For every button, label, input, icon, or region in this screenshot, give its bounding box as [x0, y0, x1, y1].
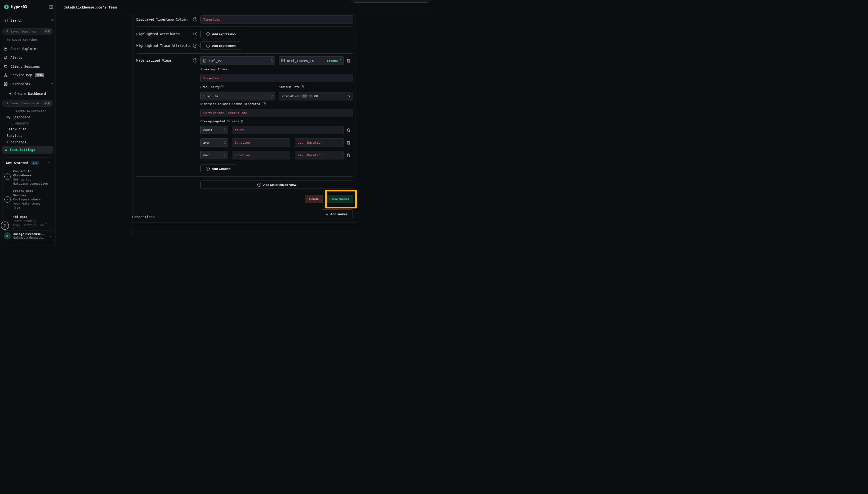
- schema-link[interactable]: Schema: [327, 59, 338, 63]
- saved-dashboards-group-header[interactable]: SAVED DASHBOARDS: [11, 110, 47, 113]
- no-saved-searches-text: No saved searches: [6, 38, 38, 41]
- help-circle-icon[interactable]: ?: [193, 44, 197, 48]
- info-circle-icon[interactable]: ?: [220, 86, 224, 88]
- input-value: max__Duration: [298, 153, 323, 157]
- sidebar-item-client-sessions[interactable]: Client Sessions: [4, 64, 53, 69]
- info-circle-icon[interactable]: ?: [240, 120, 243, 122]
- aggregate-alias-input[interactable]: max__Duration: [295, 151, 344, 159]
- chart-icon: [4, 47, 7, 51]
- add-column-button[interactable]: + Add Column: [200, 164, 236, 173]
- chevron-up-icon[interactable]: [51, 19, 54, 22]
- input-value: Timestamp: [203, 18, 220, 21]
- sidebar-item-search[interactable]: Search: [4, 18, 53, 22]
- get-started-title: Get Started: [6, 161, 28, 165]
- get-started-step-sources[interactable]: ✓ Create DataSources Configure whereyour…: [4, 189, 51, 210]
- dimension-columns-input[interactable]: ServiceName,StatusCode: [200, 109, 353, 117]
- arrow-right-icon: →: [45, 222, 47, 225]
- source-settings-card: Displayed Timestamp Column ? Timestamp H…: [132, 14, 357, 223]
- circle-plus-icon: +: [257, 183, 261, 187]
- beta-badge: BETA: [35, 73, 44, 77]
- input-value: Timestamp: [203, 76, 220, 80]
- add-source-button[interactable]: + Add source: [321, 209, 353, 219]
- field-label: Materialized Views: [136, 58, 172, 62]
- aggregate-alias-input[interactable]: avg__Duration: [295, 138, 344, 147]
- hyperdx-team-settings-page: HyperDX Search Saved Searches ⌘ K No sav…: [0, 0, 434, 247]
- button-label: Add Column: [212, 167, 230, 171]
- aggregate-fn-select[interactable]: avg: [200, 138, 228, 147]
- add-expression-button[interactable]: + Add expression: [200, 41, 242, 50]
- bell-icon: [4, 56, 7, 59]
- search-omnibox-partial[interactable]: [350, 0, 431, 3]
- info-circle-icon[interactable]: ?: [263, 102, 266, 105]
- saved-searches-input[interactable]: Saved Searches ⌘ K: [2, 28, 53, 35]
- input-value: Duration: [235, 141, 250, 145]
- create-dashboard-button[interactable]: + Create Dashboard: [9, 92, 53, 96]
- table-select[interactable]: otel_traces_1m Schema: [279, 56, 344, 65]
- minimum-date-input[interactable]: 2026-01-27 00 :00:00 ×: [279, 92, 353, 100]
- shortcut-badge: ⌘ K: [43, 101, 52, 105]
- aggregate-fn-select[interactable]: max: [200, 151, 228, 159]
- aggregate-expr-input[interactable]: count: [232, 126, 344, 134]
- saved-dashboards-input[interactable]: Saved Dashboards ⌘ K: [2, 100, 53, 107]
- table-grid-icon: [282, 59, 285, 62]
- aggregate-expr-input[interactable]: Duration: [232, 138, 290, 147]
- get-started-step-add-data[interactable]: 3 Add Data Start sendinglogs, metrics, o…: [4, 215, 51, 229]
- user-menu[interactable]: D dale@clickhouse.… dale@clickhouse.c… ›: [1, 230, 54, 241]
- button-label: Add source: [330, 212, 348, 216]
- add-expression-button[interactable]: + Add expression: [200, 30, 242, 38]
- topbar: dale@clickhouse.com's Team: [56, 0, 434, 14]
- sidebar-item-team-settings[interactable]: ⚙ Team Settings: [2, 146, 53, 154]
- delete-source-button[interactable]: Delete: [305, 195, 323, 203]
- sidebar-item-clickhouse[interactable]: ClickHouse: [6, 127, 26, 131]
- sidebar-collapse-icon[interactable]: [49, 5, 53, 9]
- chevron-up-icon[interactable]: [51, 83, 54, 85]
- separator: ,: [224, 111, 226, 115]
- displayed-timestamp-input[interactable]: Timestamp: [200, 15, 353, 23]
- database-select[interactable]: otel_v2: [200, 56, 275, 65]
- circle-plus-icon: +: [206, 44, 210, 48]
- select-value: count: [203, 128, 222, 132]
- sidebar-item-alerts[interactable]: Alerts: [4, 56, 53, 59]
- plus-icon: +: [9, 92, 12, 96]
- granularity-select[interactable]: 1 minute: [200, 92, 275, 100]
- delete-column-trash-icon[interactable]: [347, 128, 350, 132]
- help-circle-icon[interactable]: ?: [193, 17, 197, 22]
- aggregate-fn-select[interactable]: count: [200, 126, 228, 134]
- search-icon: [5, 30, 8, 33]
- input-value: avg__Duration: [298, 141, 323, 145]
- select-value: otel_v2: [208, 59, 269, 63]
- save-source-button[interactable]: Save Source: [327, 195, 353, 203]
- circle-plus-icon: +: [206, 167, 210, 171]
- get-started-step-connect[interactable]: ✓ Connect toClickHouse Set up yourdataba…: [4, 169, 51, 186]
- chevron-up-icon[interactable]: [48, 162, 51, 164]
- sidebar-item-label: Client Sessions: [11, 64, 40, 69]
- delete-column-trash-icon[interactable]: [347, 141, 350, 145]
- get-started-header[interactable]: Get Started 2/3: [6, 161, 50, 165]
- mv-timestamp-input[interactable]: Timestamp: [200, 74, 353, 82]
- select-chevrons-icon: [224, 141, 225, 144]
- sidebar-item-services[interactable]: Services: [6, 134, 22, 137]
- help-button[interactable]: ?: [1, 222, 9, 230]
- sidebar-item-kubernetes[interactable]: Kubernetes: [6, 140, 26, 144]
- delete-view-trash-icon[interactable]: [347, 59, 350, 63]
- delete-column-trash-icon[interactable]: [347, 153, 350, 157]
- clear-date-icon[interactable]: ×: [348, 94, 350, 98]
- connections-card-partial: [132, 229, 357, 236]
- input-value: ServiceName: [203, 111, 224, 115]
- field-label: Granularity?: [200, 86, 224, 89]
- sidebar-item-dashboards[interactable]: Dashboards: [4, 82, 53, 86]
- help-circle-icon[interactable]: ?: [193, 58, 197, 63]
- info-circle-icon[interactable]: ?: [301, 86, 304, 88]
- group-label: SAVED DASHBOARDS: [15, 110, 47, 113]
- connections-heading: Connections: [132, 215, 155, 219]
- select-chevrons-icon: [271, 59, 272, 62]
- sidebar-item-my-dashboard[interactable]: My Dashboard: [6, 115, 30, 119]
- aggregate-expr-input[interactable]: Duration: [232, 151, 290, 159]
- select-chevrons-icon: [224, 154, 225, 156]
- group-label: PRESETS: [15, 122, 29, 125]
- add-materialized-view-button[interactable]: + Add Materialized View: [200, 180, 353, 189]
- presets-group-header[interactable]: PRESETS: [11, 122, 29, 125]
- sidebar-item-service-map[interactable]: Service Map BETA: [4, 73, 53, 77]
- help-circle-icon[interactable]: ?: [193, 32, 197, 36]
- sidebar-item-chart-explorer[interactable]: Chart Explorer: [4, 47, 53, 51]
